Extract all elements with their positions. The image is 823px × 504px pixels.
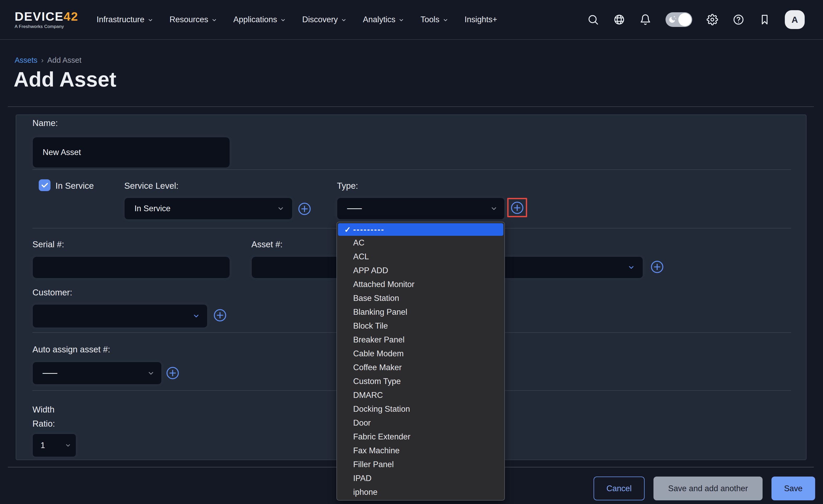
type-option[interactable]: ✓ Fabric Extender — [338, 430, 503, 444]
notifications-icon[interactable] — [639, 14, 651, 26]
plus-circle-icon — [650, 260, 664, 274]
type-option[interactable]: ✓ Cable Modem — [338, 347, 503, 360]
auto-assign-value: ─── — [43, 368, 57, 378]
width-ratio-value: 1 — [40, 441, 45, 450]
type-option[interactable]: ✓ ACL — [338, 250, 503, 263]
breadcrumb: Assets › Add Asset — [15, 56, 81, 64]
auto-assign-label: Auto assign asset #: — [32, 344, 110, 354]
type-option[interactable]: ✓ Custom Type — [338, 374, 503, 388]
type-option[interactable]: ✓ iphone — [338, 485, 503, 499]
in-service-label: In Service — [55, 181, 94, 191]
service-level-select[interactable]: In Service — [124, 198, 293, 220]
avatar[interactable]: A — [785, 10, 805, 29]
chevron-down-icon — [341, 17, 347, 23]
breadcrumb-current: Add Asset — [47, 56, 81, 64]
type-option[interactable]: ✓ Breaker Panel — [338, 333, 503, 347]
logo-accent-text: 42 — [63, 9, 78, 23]
check-icon — [41, 182, 49, 189]
add-type-button[interactable] — [510, 201, 524, 215]
nav-item[interactable]: Infrastructure — [97, 15, 153, 24]
type-option[interactable]: ✓ Coffee Maker — [338, 360, 503, 374]
cancel-button[interactable]: Cancel — [594, 477, 645, 500]
customer-label: Customer: — [32, 288, 72, 297]
breadcrumb-assets-link[interactable]: Assets — [15, 56, 37, 64]
chevron-down-icon — [628, 264, 635, 271]
name-value: New Asset — [43, 148, 81, 157]
logo-text: DEVICE42 — [15, 10, 78, 22]
chevron-down-icon — [490, 205, 498, 212]
add-related-button[interactable] — [650, 260, 664, 274]
moon-icon — [668, 15, 677, 24]
type-option[interactable]: ✓ Fax Machine — [338, 444, 503, 458]
chevron-down-icon — [211, 17, 217, 23]
type-option[interactable]: ✓ Base Station — [338, 291, 503, 305]
type-dropdown-list: ✓ --------- ✓ AC ✓ ACL ✓ APP ADD ✓ Attac… — [336, 222, 505, 501]
asset-number-label: Asset #: — [252, 239, 283, 249]
customer-select[interactable] — [32, 304, 207, 328]
theme-toggle[interactable] — [666, 12, 692, 27]
nav-menu: Infrastructure Resources Applications Di… — [97, 15, 497, 24]
width-ratio-label: Width Ratio: — [32, 403, 55, 431]
auto-assign-select[interactable]: ─── — [32, 362, 162, 385]
search-icon[interactable] — [587, 14, 599, 26]
logo-subtitle: A Freshworks Company — [15, 24, 78, 29]
type-option[interactable]: ✓ APP ADD — [338, 263, 503, 277]
chevron-down-icon — [443, 17, 448, 23]
breadcrumb-separator: › — [41, 56, 44, 64]
plus-circle-icon — [510, 201, 524, 215]
nav-item[interactable]: Insights+ — [465, 15, 497, 24]
chevron-down-icon — [277, 205, 284, 212]
chevron-down-icon — [147, 369, 155, 377]
type-option[interactable]: ✓ Attached Monitor — [338, 277, 503, 291]
page-title: Add Asset — [14, 67, 117, 91]
nav-item[interactable]: Discovery — [302, 15, 347, 24]
settings-icon[interactable] — [706, 14, 718, 26]
nav-item[interactable]: Resources — [170, 15, 217, 24]
plus-circle-icon — [213, 308, 227, 322]
type-label: Type: — [337, 181, 358, 191]
device42-logo[interactable]: DEVICE42 A Freshworks Company — [15, 10, 78, 29]
divider — [32, 170, 791, 170]
type-option[interactable]: ✓ Blanking Panel — [338, 305, 503, 319]
service-level-label: Service Level: — [124, 181, 178, 191]
type-option[interactable]: ✓ DMARC — [338, 388, 503, 402]
type-option[interactable]: ✓ Docking Station — [338, 402, 503, 416]
type-option[interactable]: ✓ Filler Panel — [338, 458, 503, 471]
toggle-knob — [678, 13, 691, 26]
save-and-add-another-button[interactable]: Save and add another — [653, 477, 763, 500]
plus-circle-icon — [298, 202, 311, 216]
nav-item[interactable]: Tools — [421, 15, 448, 24]
help-icon[interactable] — [732, 14, 745, 26]
type-option[interactable]: ✓ Door — [338, 416, 503, 430]
type-option[interactable]: ✓ IPAD — [338, 471, 503, 485]
nav-actions: A — [587, 10, 805, 29]
serial-input[interactable] — [32, 256, 230, 278]
type-option[interactable]: ✓ --------- — [338, 223, 503, 236]
type-select[interactable]: ─── — [337, 198, 505, 220]
globe-icon[interactable] — [613, 14, 625, 26]
add-service-level-button[interactable] — [298, 202, 311, 216]
check-icon: ✓ — [344, 225, 352, 234]
plus-circle-icon — [166, 366, 179, 380]
top-nav: DEVICE42 A Freshworks Company Infrastruc… — [0, 0, 823, 40]
chevron-down-icon — [148, 17, 153, 23]
service-level-value: In Service — [135, 204, 171, 213]
chevron-down-icon — [192, 312, 200, 320]
in-service-checkbox[interactable] — [39, 179, 50, 191]
chevron-down-icon — [65, 442, 71, 449]
serial-label: Serial #: — [32, 239, 64, 249]
save-button[interactable]: Save — [772, 477, 815, 500]
name-input[interactable]: New Asset — [32, 137, 230, 168]
chevron-down-icon — [398, 17, 404, 23]
nav-item[interactable]: Analytics — [363, 15, 404, 24]
add-auto-assign-button[interactable] — [166, 366, 179, 380]
add-customer-button[interactable] — [213, 308, 227, 322]
nav-item[interactable]: Applications — [233, 15, 286, 24]
bookmarks-icon[interactable] — [759, 14, 771, 26]
type-option[interactable]: ✓ AC — [338, 236, 503, 250]
divider — [8, 106, 814, 107]
type-option[interactable]: ✓ Block Tile — [338, 319, 503, 333]
name-label: Name: — [32, 118, 58, 128]
type-value: ─── — [347, 204, 362, 213]
width-ratio-select[interactable]: 1 — [32, 434, 76, 457]
